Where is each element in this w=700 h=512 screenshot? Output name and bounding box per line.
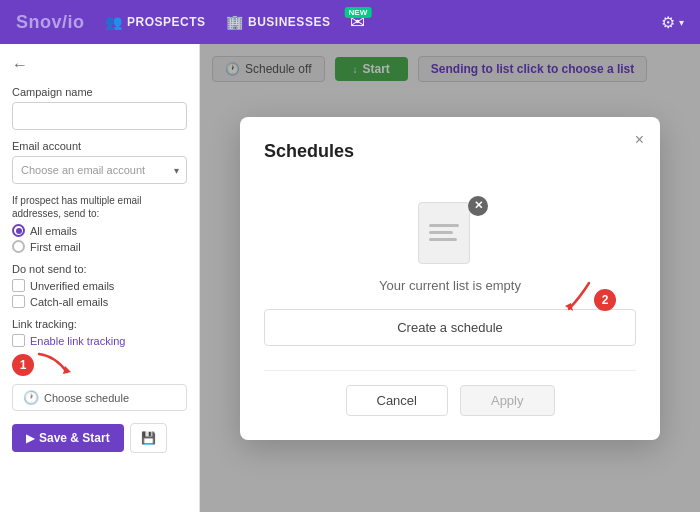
radio-all-label: All emails [30, 225, 77, 237]
checkbox-group: Unverified emails Catch-all emails [12, 279, 187, 308]
prospects-label: PROSPECTS [127, 15, 206, 29]
campaign-name-input[interactable] [12, 102, 187, 130]
prospects-icon: 👥 [105, 14, 123, 30]
nav-item-businesses[interactable]: 🏢 BUSINESSES [226, 14, 331, 30]
logo[interactable]: Snov/io [16, 12, 85, 33]
campaign-name-label: Campaign name [12, 86, 187, 98]
schedule-btn-label: Choose schedule [44, 392, 129, 404]
modal-overlay[interactable]: Schedules × ✕ Your current list [200, 44, 700, 512]
empty-state: ✕ Your current list is empty Create a sc… [264, 182, 636, 370]
document-icon [418, 202, 470, 264]
checkbox-link-tracking[interactable]: Enable link tracking [12, 334, 187, 347]
radio-group: All emails First email [12, 224, 187, 253]
modal-title: Schedules [264, 141, 636, 162]
empty-icon: ✕ [418, 202, 482, 266]
nav-item-prospects[interactable]: 👥 PROSPECTS [105, 14, 206, 30]
logo-text: Snov [16, 12, 62, 32]
radio-first-label: First email [30, 241, 81, 253]
top-navigation: Snov/io 👥 PROSPECTS 🏢 BUSINESSES NEW ✉ ⚙… [0, 0, 700, 44]
disk-icon: 💾 [141, 431, 156, 445]
main-layout: ← Campaign name Email account Choose an … [0, 44, 700, 512]
nav-settings[interactable]: ⚙ ▾ [661, 13, 684, 32]
doc-line-3 [429, 238, 457, 241]
radio-all-emails[interactable]: All emails [12, 224, 187, 237]
email-account-placeholder: Choose an email account [21, 164, 145, 176]
save-disk-button[interactable]: 💾 [130, 423, 167, 453]
checkbox-box-link-tracking [12, 334, 25, 347]
radio-first-email[interactable]: First email [12, 240, 187, 253]
logo-suffix: /io [62, 12, 85, 32]
radio-dot-all [12, 224, 25, 237]
play-icon: ▶ [26, 432, 34, 445]
clock-icon: 🕐 [23, 390, 39, 405]
save-start-button[interactable]: ▶ Save & Start [12, 424, 124, 452]
save-start-label: Save & Start [39, 431, 110, 445]
email-account-label: Email account [12, 140, 187, 152]
multiple-email-label: If prospect has multiple email addresses… [12, 194, 187, 220]
create-schedule-label: Create a schedule [397, 320, 503, 335]
cancel-label: Cancel [377, 393, 417, 408]
bottom-buttons: ▶ Save & Start 💾 [12, 411, 187, 453]
email-account-select-wrap: Choose an email account ▾ [12, 156, 187, 184]
arrow-1-icon [37, 352, 73, 376]
empty-text: Your current list is empty [379, 278, 521, 293]
checkbox-unverified[interactable]: Unverified emails [12, 279, 187, 292]
new-badge: NEW [345, 7, 372, 18]
content-area: 🕐 Schedule off ↓ Start Sending to list c… [200, 44, 700, 512]
unverified-label: Unverified emails [30, 280, 114, 292]
link-tracking-checkbox-label: Enable link tracking [30, 335, 125, 347]
create-schedule-wrap: Create a schedule 2 [264, 309, 636, 360]
gear-icon: ⚙ [661, 13, 675, 32]
badge-1-area: 1 [12, 352, 73, 376]
badge-2: 2 [594, 289, 616, 311]
checkbox-box-unverified [12, 279, 25, 292]
schedules-modal: Schedules × ✕ Your current list [240, 117, 660, 440]
email-account-select[interactable]: Choose an email account ▾ [12, 156, 187, 184]
do-not-send-label: Do not send to: [12, 263, 187, 275]
apply-button[interactable]: Apply [460, 385, 555, 416]
checkbox-box-catchall [12, 295, 25, 308]
checkbox-catchall[interactable]: Catch-all emails [12, 295, 187, 308]
x-badge: ✕ [468, 196, 488, 216]
businesses-label: BUSINESSES [248, 15, 330, 29]
doc-lines [429, 224, 459, 241]
back-button[interactable]: ← [12, 56, 187, 74]
apply-label: Apply [491, 393, 524, 408]
modal-footer: Cancel Apply [264, 370, 636, 416]
sidebar: ← Campaign name Email account Choose an … [0, 44, 200, 512]
choose-schedule-button[interactable]: 🕐 Choose schedule [12, 384, 187, 411]
nav-item-email[interactable]: NEW ✉ [350, 11, 365, 33]
businesses-icon: 🏢 [226, 14, 244, 30]
doc-line-2 [429, 231, 453, 234]
link-tracking-label: Link tracking: [12, 318, 187, 330]
radio-dot-first [12, 240, 25, 253]
select-arrow-icon: ▾ [174, 165, 179, 176]
badge-2-area: 2 [551, 281, 616, 311]
doc-line-1 [429, 224, 459, 227]
create-schedule-button[interactable]: Create a schedule [264, 309, 636, 346]
cancel-button[interactable]: Cancel [346, 385, 448, 416]
settings-chevron: ▾ [679, 17, 684, 28]
badge-1: 1 [12, 354, 34, 376]
arrow-2-icon [551, 281, 591, 311]
catchall-label: Catch-all emails [30, 296, 108, 308]
modal-close-button[interactable]: × [635, 131, 644, 149]
